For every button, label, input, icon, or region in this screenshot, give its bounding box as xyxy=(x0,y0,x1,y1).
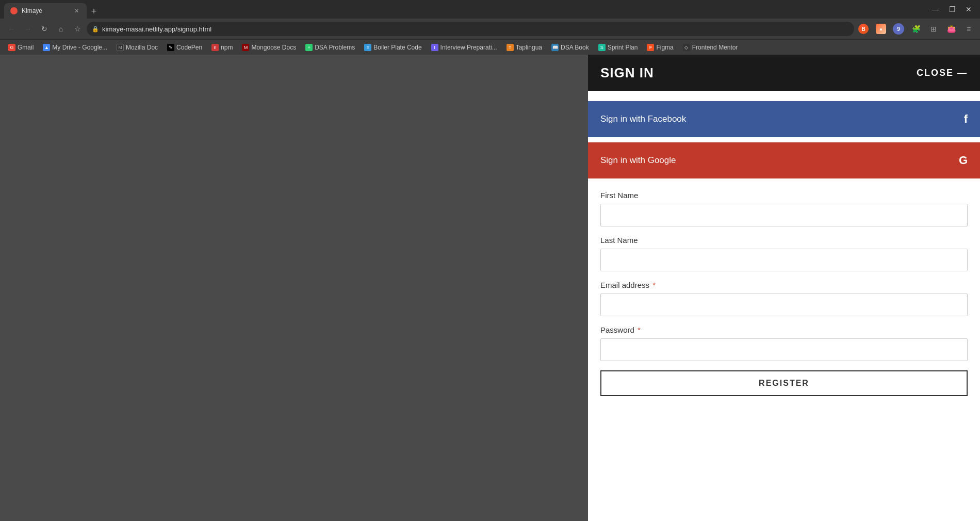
bookmark-label: Sprint Plan xyxy=(608,44,638,51)
new-tab-button[interactable]: + xyxy=(87,4,101,19)
bookmark-label: CodePen xyxy=(176,44,202,51)
bookmark-sprint[interactable]: S Sprint Plan xyxy=(594,42,642,53)
sprint-favicon: S xyxy=(598,44,606,51)
bookmark-figma[interactable]: F Figma xyxy=(643,42,677,53)
main-content: SIGN IN CLOSE — Sign in with Facebook f … xyxy=(0,55,980,521)
brave-shield: B xyxy=(858,24,869,34)
bookmark-label: DSA Problems xyxy=(315,44,355,51)
tab-close-button[interactable]: ✕ xyxy=(72,7,80,15)
bookmark-dsabook[interactable]: 📖 DSA Book xyxy=(547,42,593,53)
forward-button[interactable]: → xyxy=(21,22,35,36)
dsa-favicon: + xyxy=(305,44,313,51)
mongoose-favicon: M xyxy=(242,44,249,51)
bookmark-label: Taplingua xyxy=(516,44,542,51)
facebook-label: Sign in with Facebook xyxy=(600,114,964,124)
extensions-icon[interactable]: 🧩 xyxy=(909,22,923,36)
signin-panel: SIGN IN CLOSE — Sign in with Facebook f … xyxy=(588,55,980,521)
interview-favicon: I xyxy=(431,44,438,51)
bookmark-label: Interview Preparati... xyxy=(440,44,497,51)
password-label: Password * xyxy=(600,325,968,334)
last-name-group: Last Name xyxy=(600,236,968,271)
browser-chrome: Kimaye ✕ + — ❐ ✕ ← → ↻ ⌂ ☆ 🔒 kimaye-masa… xyxy=(0,0,980,55)
bookmarks-bar: G Gmail ▲ My Drive - Google... M Mozilla… xyxy=(0,39,980,55)
close-panel-button[interactable]: CLOSE — xyxy=(917,68,968,78)
facebook-icon: f xyxy=(964,112,968,126)
signin-divider xyxy=(588,91,980,101)
first-name-label: First Name xyxy=(600,191,968,200)
bookmark-label: Gmail xyxy=(18,44,34,51)
dsabook-favicon: 📖 xyxy=(551,44,559,51)
bookmark-drive[interactable]: ▲ My Drive - Google... xyxy=(39,42,111,53)
minimize-button[interactable]: — xyxy=(928,2,943,17)
password-input[interactable] xyxy=(600,338,968,361)
back-button[interactable]: ← xyxy=(4,22,19,36)
bookmark-mozilla[interactable]: M Mozilla Doc xyxy=(112,42,162,53)
brave-shields-icon[interactable]: B xyxy=(856,22,871,36)
tab-title: Kimaye xyxy=(22,7,68,14)
boiler-favicon: ≡ xyxy=(364,44,371,51)
email-label: Email address * xyxy=(600,281,968,289)
restore-button[interactable]: ❐ xyxy=(945,2,959,17)
bookmark-label: Mongoose Docs xyxy=(251,44,296,51)
email-group: Email address * xyxy=(600,281,968,316)
vpn-icon[interactable]: ▲ xyxy=(874,22,888,36)
bookmark-frontend[interactable]: ◇ Frontend Mentor xyxy=(679,42,742,53)
wallet-icon[interactable]: 👛 xyxy=(944,22,958,36)
bookmark-label: Frontend Mentor xyxy=(692,44,738,51)
vpn-button: ▲ xyxy=(876,24,886,34)
first-name-input[interactable] xyxy=(600,204,968,226)
user-avatar: 9 xyxy=(893,23,904,35)
figma-favicon: F xyxy=(647,44,654,51)
bookmark-taplingua[interactable]: T Taplingua xyxy=(502,42,546,53)
address-bar[interactable]: 🔒 kimaye-masai.netlify.app/signup.html xyxy=(87,22,854,36)
bookmark-npm[interactable]: n npm xyxy=(207,42,237,53)
email-input[interactable] xyxy=(600,294,968,316)
home-button[interactable]: ⌂ xyxy=(54,22,68,36)
register-button[interactable]: REGISTER xyxy=(600,370,968,396)
frontend-favicon: ◇ xyxy=(683,44,690,51)
facebook-signin-button[interactable]: Sign in with Facebook f xyxy=(588,101,980,137)
url-text: kimaye-masai.netlify.app/signup.html xyxy=(102,25,211,33)
profile-icon[interactable]: 9 xyxy=(891,22,906,36)
taplingua-favicon: T xyxy=(507,44,514,51)
signin-title: SIGN IN xyxy=(600,65,654,81)
window-controls: — ❐ ✕ xyxy=(928,2,976,17)
last-name-label: Last Name xyxy=(600,236,968,245)
page-background xyxy=(0,55,588,521)
nav-bar: ← → ↻ ⌂ ☆ 🔒 kimaye-masai.netlify.app/sig… xyxy=(0,19,980,39)
title-bar: Kimaye ✕ + — ❐ ✕ xyxy=(0,0,980,19)
npm-favicon: n xyxy=(211,44,219,51)
nav-right-icons: B ▲ 9 🧩 ⊞ 👛 ≡ xyxy=(856,22,976,36)
bookmark-label: Mozilla Doc xyxy=(126,44,158,51)
active-tab[interactable]: Kimaye ✕ xyxy=(4,3,87,19)
bookmark-interview[interactable]: I Interview Preparati... xyxy=(427,42,501,53)
gmail-favicon: G xyxy=(8,44,15,51)
bookmark-dsa[interactable]: + DSA Problems xyxy=(301,42,359,53)
drive-favicon: ▲ xyxy=(43,44,50,51)
bookmark-label: npm xyxy=(221,44,233,51)
codepen-favicon: ✎ xyxy=(167,44,174,51)
signup-form: First Name Last Name Email address * xyxy=(588,178,980,521)
sidebar-toggle-icon[interactable]: ⊞ xyxy=(926,22,941,36)
email-required-indicator: * xyxy=(650,281,656,289)
bookmark-mongoose[interactable]: M Mongoose Docs xyxy=(238,42,300,53)
bookmark-gmail[interactable]: G Gmail xyxy=(4,42,38,53)
bookmark-codepen[interactable]: ✎ CodePen xyxy=(163,42,206,53)
mozilla-favicon: M xyxy=(117,44,124,51)
google-signin-button[interactable]: Sign in with Google G xyxy=(588,142,980,178)
google-label: Sign in with Google xyxy=(600,155,959,166)
bookmark-label: Figma xyxy=(656,44,673,51)
close-window-button[interactable]: ✕ xyxy=(961,2,976,17)
reload-button[interactable]: ↻ xyxy=(37,22,52,36)
signin-header: SIGN IN CLOSE — xyxy=(588,55,980,91)
bookmark-label: My Drive - Google... xyxy=(52,44,107,51)
tab-favicon xyxy=(10,7,18,14)
bookmark-boiler[interactable]: ≡ Boiler Plate Code xyxy=(360,42,426,53)
bookmark-this-button[interactable]: ☆ xyxy=(70,22,85,36)
bookmark-label: DSA Book xyxy=(561,44,589,51)
tab-bar: Kimaye ✕ + xyxy=(4,0,101,19)
google-icon: G xyxy=(959,154,968,167)
first-name-group: First Name xyxy=(600,191,968,226)
menu-icon[interactable]: ≡ xyxy=(961,22,976,36)
last-name-input[interactable] xyxy=(600,249,968,271)
